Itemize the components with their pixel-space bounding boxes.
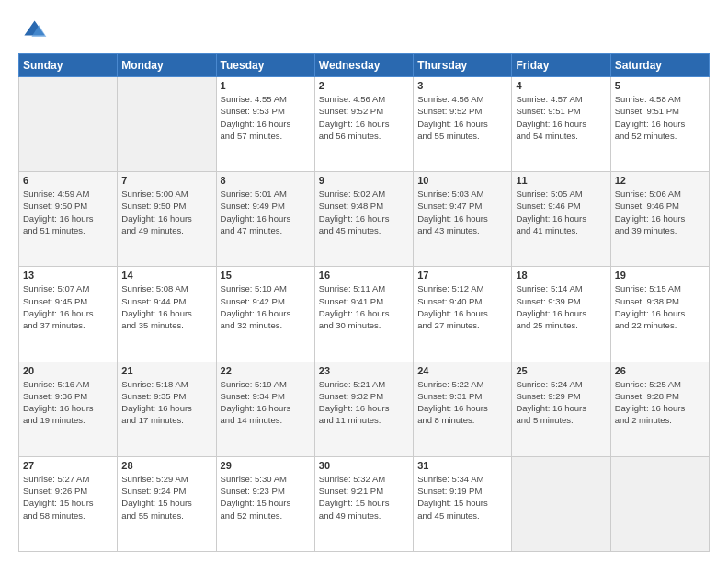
calendar-cell: 1Sunrise: 4:55 AM Sunset: 9:53 PM Daylig… bbox=[216, 77, 314, 172]
day-info: Sunrise: 5:30 AM Sunset: 9:23 PM Dayligh… bbox=[221, 473, 311, 522]
day-number: 1 bbox=[221, 80, 311, 91]
calendar-cell: 13Sunrise: 5:07 AM Sunset: 9:45 PM Dayli… bbox=[19, 267, 118, 362]
calendar-cell: 15Sunrise: 5:10 AM Sunset: 9:42 PM Dayli… bbox=[216, 267, 314, 362]
calendar-cell: 21Sunrise: 5:18 AM Sunset: 9:35 PM Dayli… bbox=[118, 362, 216, 456]
calendar-cell: 12Sunrise: 5:06 AM Sunset: 9:46 PM Dayli… bbox=[610, 172, 709, 267]
day-number: 31 bbox=[417, 460, 507, 471]
calendar-cell: 8Sunrise: 5:01 AM Sunset: 9:49 PM Daylig… bbox=[216, 172, 314, 267]
day-info: Sunrise: 5:01 AM Sunset: 9:49 PM Dayligh… bbox=[221, 188, 311, 236]
day-number: 22 bbox=[221, 365, 311, 376]
calendar-week-row: 1Sunrise: 4:55 AM Sunset: 9:53 PM Daylig… bbox=[19, 77, 710, 172]
calendar-cell bbox=[19, 77, 118, 172]
day-number: 12 bbox=[615, 175, 705, 186]
day-number: 13 bbox=[23, 270, 113, 281]
calendar-cell: 24Sunrise: 5:22 AM Sunset: 9:31 PM Dayli… bbox=[414, 362, 512, 456]
calendar-cell: 30Sunrise: 5:32 AM Sunset: 9:21 PM Dayli… bbox=[314, 456, 413, 551]
calendar-cell: 23Sunrise: 5:21 AM Sunset: 9:32 PM Dayli… bbox=[314, 362, 413, 456]
day-info: Sunrise: 5:24 AM Sunset: 9:29 PM Dayligh… bbox=[516, 378, 606, 427]
day-info: Sunrise: 4:56 AM Sunset: 9:52 PM Dayligh… bbox=[417, 93, 507, 142]
day-header: Friday bbox=[512, 54, 610, 77]
day-number: 16 bbox=[319, 270, 409, 281]
calendar-cell: 14Sunrise: 5:08 AM Sunset: 9:44 PM Dayli… bbox=[118, 267, 216, 362]
calendar-cell: 16Sunrise: 5:11 AM Sunset: 9:41 PM Dayli… bbox=[314, 267, 413, 362]
day-number: 8 bbox=[221, 175, 311, 186]
day-number: 19 bbox=[615, 270, 705, 281]
header bbox=[18, 15, 710, 44]
day-info: Sunrise: 5:29 AM Sunset: 9:24 PM Dayligh… bbox=[121, 473, 211, 522]
day-number: 30 bbox=[319, 460, 409, 471]
calendar-cell: 7Sunrise: 5:00 AM Sunset: 9:50 PM Daylig… bbox=[118, 172, 216, 267]
day-info: Sunrise: 5:25 AM Sunset: 9:28 PM Dayligh… bbox=[615, 378, 705, 427]
day-info: Sunrise: 5:18 AM Sunset: 9:35 PM Dayligh… bbox=[121, 378, 211, 427]
day-header: Saturday bbox=[610, 54, 709, 77]
calendar-cell: 25Sunrise: 5:24 AM Sunset: 9:29 PM Dayli… bbox=[512, 362, 610, 456]
day-info: Sunrise: 5:07 AM Sunset: 9:45 PM Dayligh… bbox=[23, 282, 113, 331]
day-number: 18 bbox=[516, 270, 606, 281]
day-info: Sunrise: 5:06 AM Sunset: 9:46 PM Dayligh… bbox=[615, 188, 705, 236]
day-info: Sunrise: 5:02 AM Sunset: 9:48 PM Dayligh… bbox=[319, 188, 409, 236]
day-number: 6 bbox=[23, 175, 113, 186]
day-number: 21 bbox=[121, 365, 211, 376]
day-number: 24 bbox=[417, 365, 507, 376]
day-number: 4 bbox=[516, 80, 606, 91]
calendar-cell: 19Sunrise: 5:15 AM Sunset: 9:38 PM Dayli… bbox=[610, 267, 709, 362]
calendar-cell: 31Sunrise: 5:34 AM Sunset: 9:19 PM Dayli… bbox=[414, 456, 512, 551]
day-info: Sunrise: 5:34 AM Sunset: 9:19 PM Dayligh… bbox=[417, 473, 507, 522]
calendar-cell: 5Sunrise: 4:58 AM Sunset: 9:51 PM Daylig… bbox=[610, 77, 709, 172]
day-info: Sunrise: 5:19 AM Sunset: 9:34 PM Dayligh… bbox=[221, 378, 311, 427]
day-info: Sunrise: 4:58 AM Sunset: 9:51 PM Dayligh… bbox=[615, 93, 705, 142]
day-info: Sunrise: 5:32 AM Sunset: 9:21 PM Dayligh… bbox=[319, 473, 409, 522]
calendar-cell: 2Sunrise: 4:56 AM Sunset: 9:52 PM Daylig… bbox=[314, 77, 413, 172]
calendar-cell bbox=[512, 456, 610, 551]
calendar-cell: 10Sunrise: 5:03 AM Sunset: 9:47 PM Dayli… bbox=[414, 172, 512, 267]
day-info: Sunrise: 5:15 AM Sunset: 9:38 PM Dayligh… bbox=[615, 282, 705, 331]
calendar-cell: 29Sunrise: 5:30 AM Sunset: 9:23 PM Dayli… bbox=[216, 456, 314, 551]
logo-icon bbox=[18, 15, 48, 44]
day-number: 25 bbox=[516, 365, 606, 376]
day-number: 7 bbox=[121, 175, 211, 186]
day-info: Sunrise: 5:14 AM Sunset: 9:39 PM Dayligh… bbox=[516, 282, 606, 331]
day-info: Sunrise: 5:11 AM Sunset: 9:41 PM Dayligh… bbox=[319, 282, 409, 331]
calendar: SundayMondayTuesdayWednesdayThursdayFrid… bbox=[18, 53, 710, 552]
day-number: 28 bbox=[121, 460, 211, 471]
calendar-cell: 4Sunrise: 4:57 AM Sunset: 9:51 PM Daylig… bbox=[512, 77, 610, 172]
day-info: Sunrise: 4:59 AM Sunset: 9:50 PM Dayligh… bbox=[23, 188, 113, 236]
day-header: Sunday bbox=[19, 54, 118, 77]
day-number: 3 bbox=[417, 80, 507, 91]
day-header: Monday bbox=[118, 54, 216, 77]
calendar-cell: 28Sunrise: 5:29 AM Sunset: 9:24 PM Dayli… bbox=[118, 456, 216, 551]
calendar-cell: 22Sunrise: 5:19 AM Sunset: 9:34 PM Dayli… bbox=[216, 362, 314, 456]
calendar-week-row: 13Sunrise: 5:07 AM Sunset: 9:45 PM Dayli… bbox=[19, 267, 710, 362]
day-info: Sunrise: 5:16 AM Sunset: 9:36 PM Dayligh… bbox=[23, 378, 113, 427]
calendar-header-row: SundayMondayTuesdayWednesdayThursdayFrid… bbox=[19, 54, 710, 77]
calendar-cell: 3Sunrise: 4:56 AM Sunset: 9:52 PM Daylig… bbox=[414, 77, 512, 172]
logo bbox=[18, 15, 51, 44]
calendar-cell: 9Sunrise: 5:02 AM Sunset: 9:48 PM Daylig… bbox=[314, 172, 413, 267]
page: SundayMondayTuesdayWednesdayThursdayFrid… bbox=[0, 0, 728, 563]
day-number: 9 bbox=[319, 175, 409, 186]
day-number: 17 bbox=[417, 270, 507, 281]
calendar-cell bbox=[118, 77, 216, 172]
day-info: Sunrise: 5:10 AM Sunset: 9:42 PM Dayligh… bbox=[221, 282, 311, 331]
calendar-week-row: 27Sunrise: 5:27 AM Sunset: 9:26 PM Dayli… bbox=[19, 456, 710, 551]
day-info: Sunrise: 5:00 AM Sunset: 9:50 PM Dayligh… bbox=[121, 188, 211, 236]
day-number: 20 bbox=[23, 365, 113, 376]
day-info: Sunrise: 5:22 AM Sunset: 9:31 PM Dayligh… bbox=[417, 378, 507, 427]
day-info: Sunrise: 4:57 AM Sunset: 9:51 PM Dayligh… bbox=[516, 93, 606, 142]
day-info: Sunrise: 5:03 AM Sunset: 9:47 PM Dayligh… bbox=[417, 188, 507, 236]
day-info: Sunrise: 4:55 AM Sunset: 9:53 PM Dayligh… bbox=[221, 93, 311, 142]
day-info: Sunrise: 5:08 AM Sunset: 9:44 PM Dayligh… bbox=[121, 282, 211, 331]
day-header: Tuesday bbox=[216, 54, 314, 77]
calendar-cell: 11Sunrise: 5:05 AM Sunset: 9:46 PM Dayli… bbox=[512, 172, 610, 267]
calendar-cell bbox=[610, 456, 709, 551]
calendar-cell: 6Sunrise: 4:59 AM Sunset: 9:50 PM Daylig… bbox=[19, 172, 118, 267]
day-number: 27 bbox=[23, 460, 113, 471]
day-number: 29 bbox=[221, 460, 311, 471]
calendar-week-row: 20Sunrise: 5:16 AM Sunset: 9:36 PM Dayli… bbox=[19, 362, 710, 456]
calendar-cell: 27Sunrise: 5:27 AM Sunset: 9:26 PM Dayli… bbox=[19, 456, 118, 551]
calendar-week-row: 6Sunrise: 4:59 AM Sunset: 9:50 PM Daylig… bbox=[19, 172, 710, 267]
day-number: 2 bbox=[319, 80, 409, 91]
calendar-cell: 20Sunrise: 5:16 AM Sunset: 9:36 PM Dayli… bbox=[19, 362, 118, 456]
day-info: Sunrise: 5:27 AM Sunset: 9:26 PM Dayligh… bbox=[23, 473, 113, 522]
day-number: 10 bbox=[417, 175, 507, 186]
